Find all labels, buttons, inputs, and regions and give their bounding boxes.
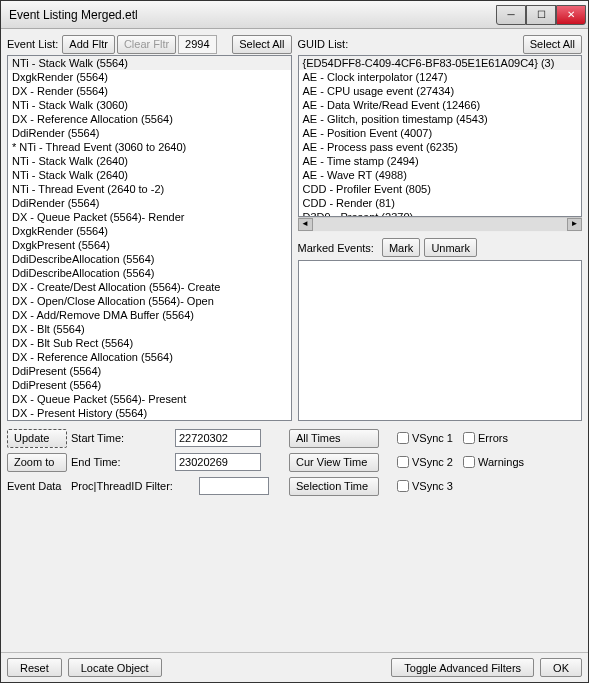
list-item[interactable]: DdiRender (5564) — [8, 196, 291, 210]
list-item[interactable]: DxgkRender (5564) — [8, 70, 291, 84]
list-item[interactable]: DdiPresent (5564) — [8, 364, 291, 378]
selection-time-button[interactable]: Selection Time — [289, 477, 379, 496]
window: Event Listing Merged.etl ─ ☐ ✕ Event Lis… — [0, 0, 589, 683]
content-area: Event List: Add Fltr Clear Fltr 2994 Sel… — [1, 29, 588, 652]
top-panes: Event List: Add Fltr Clear Fltr 2994 Sel… — [7, 33, 582, 421]
list-item[interactable]: DxgkPresent (5564) — [8, 238, 291, 252]
list-item[interactable]: NTi - Stack Walk (2640) — [8, 154, 291, 168]
list-item[interactable]: * NTi - Thread Event (3060 to 2640) — [8, 140, 291, 154]
event-data-area — [7, 499, 582, 648]
list-item[interactable]: AE - Process pass event (6235) — [299, 140, 582, 154]
list-item[interactable]: AE - Time stamp (2494) — [299, 154, 582, 168]
list-item[interactable]: DX - Blt Sub Rect (5564) — [8, 336, 291, 350]
maximize-button[interactable]: ☐ — [526, 5, 556, 25]
event-list-label: Event List: — [7, 38, 58, 50]
update-button[interactable]: Update — [7, 429, 67, 448]
window-controls: ─ ☐ ✕ — [496, 5, 586, 25]
time-controls: Update Start Time: All Times VSync 1 Err… — [7, 427, 582, 497]
list-item[interactable]: NTi - Thread Event (2640 to -2) — [8, 182, 291, 196]
locate-object-button[interactable]: Locate Object — [68, 658, 162, 677]
cur-view-time-button[interactable]: Cur View Time — [289, 453, 379, 472]
proc-filter-input[interactable] — [199, 477, 269, 495]
marked-events-row: Marked Events: Mark Unmark — [298, 238, 583, 258]
list-item[interactable]: DX - Open/Close Allocation (5564)- Open — [8, 294, 291, 308]
end-time-label: End Time: — [71, 456, 171, 468]
list-item[interactable]: DdiRender (5564) — [8, 126, 291, 140]
guid-listbox[interactable]: {ED54DFF8-C409-4CF6-BF83-05E1E61A09C4} (… — [298, 55, 583, 217]
toggle-advanced-filters-button[interactable]: Toggle Advanced Filters — [391, 658, 534, 677]
list-item[interactable]: AE - CPU usage event (27434) — [299, 84, 582, 98]
add-filter-button[interactable]: Add Fltr — [62, 35, 115, 54]
vsync3-checkbox[interactable]: VSync 3 — [397, 480, 453, 492]
unmark-button[interactable]: Unmark — [424, 238, 477, 257]
event-listbox[interactable]: NTi - Stack Walk (5564)DxgkRender (5564)… — [7, 55, 292, 421]
marked-events-listbox[interactable] — [298, 260, 583, 422]
list-item[interactable]: NTi - Stack Walk (5564) — [8, 56, 291, 70]
reset-button[interactable]: Reset — [7, 658, 62, 677]
titlebar[interactable]: Event Listing Merged.etl ─ ☐ ✕ — [1, 1, 588, 29]
clear-filter-button: Clear Fltr — [117, 35, 176, 54]
guid-list-header: GUID List: Select All — [298, 33, 583, 55]
guid-list-pane: GUID List: Select All {ED54DFF8-C409-4CF… — [298, 33, 583, 421]
list-item[interactable]: DdiDescribeAllocation (5564) — [8, 252, 291, 266]
list-item[interactable]: DX - Reference Allocation (5564) — [8, 112, 291, 126]
list-item[interactable]: DX - Blt (5564) — [8, 322, 291, 336]
bottom-bar: Reset Locate Object Toggle Advanced Filt… — [1, 652, 588, 682]
guid-list-label: GUID List: — [298, 38, 349, 50]
minimize-button[interactable]: ─ — [496, 5, 526, 25]
list-item[interactable]: DX - Render (5564) — [8, 84, 291, 98]
list-item[interactable]: DxgkRender (5564) — [8, 224, 291, 238]
errors-checkbox[interactable]: Errors — [463, 432, 508, 444]
list-item[interactable]: DX - Add/Remove DMA Buffer (5564) — [8, 308, 291, 322]
close-button[interactable]: ✕ — [556, 5, 586, 25]
marked-events-label: Marked Events: — [298, 242, 374, 254]
list-item[interactable]: AE - Position Event (4007) — [299, 126, 582, 140]
zoom-to-button[interactable]: Zoom to — [7, 453, 67, 472]
mark-button[interactable]: Mark — [382, 238, 420, 257]
list-item[interactable]: NTi - Stack Walk (2640) — [8, 168, 291, 182]
list-item[interactable]: DdiDescribeAllocation (5564) — [8, 266, 291, 280]
warnings-checkbox[interactable]: Warnings — [463, 456, 524, 468]
list-item[interactable]: AE - Data Write/Read Event (12466) — [299, 98, 582, 112]
list-item[interactable]: DX - Reference Allocation (5564) — [8, 350, 291, 364]
list-item[interactable]: DX - Queue Packet (5564)- Present — [8, 392, 291, 406]
scroll-left-icon[interactable]: ◄ — [298, 218, 313, 231]
guid-select-all-button[interactable]: Select All — [523, 35, 582, 54]
ok-button[interactable]: OK — [540, 658, 582, 677]
end-time-input[interactable] — [175, 453, 261, 471]
event-data-label: Event Data — [7, 480, 67, 492]
list-item[interactable]: DX - Queue Packet (5564)- PresentToken — [8, 420, 291, 421]
list-item[interactable]: DdiPresent (5564) — [8, 378, 291, 392]
list-item[interactable]: NTi - Stack Walk (3060) — [8, 98, 291, 112]
list-item[interactable]: AE - Wave RT (4988) — [299, 168, 582, 182]
list-item[interactable]: {ED54DFF8-C409-4CF6-BF83-05E1E61A09C4} (… — [299, 56, 582, 70]
list-item[interactable]: DX - Present History (5564) — [8, 406, 291, 420]
start-time-input[interactable] — [175, 429, 261, 447]
list-item[interactable]: AE - Glitch, position timestamp (4543) — [299, 112, 582, 126]
vsync1-checkbox[interactable]: VSync 1 — [397, 432, 453, 444]
event-list-pane: Event List: Add Fltr Clear Fltr 2994 Sel… — [7, 33, 292, 421]
list-item[interactable]: CDD - Render (81) — [299, 196, 582, 210]
list-item[interactable]: DX - Create/Dest Allocation (5564)- Crea… — [8, 280, 291, 294]
event-select-all-button[interactable]: Select All — [232, 35, 291, 54]
list-item[interactable]: CDD - Profiler Event (805) — [299, 182, 582, 196]
window-title: Event Listing Merged.etl — [9, 8, 496, 22]
event-list-header: Event List: Add Fltr Clear Fltr 2994 Sel… — [7, 33, 292, 55]
vsync2-checkbox[interactable]: VSync 2 — [397, 456, 453, 468]
event-count: 2994 — [178, 35, 216, 54]
list-item[interactable]: DX - Queue Packet (5564)- Render — [8, 210, 291, 224]
start-time-label: Start Time: — [71, 432, 171, 444]
scroll-right-icon[interactable]: ► — [567, 218, 582, 231]
list-item[interactable]: AE - Clock interpolator (1247) — [299, 70, 582, 84]
guid-hscroll[interactable]: ◄ ► — [298, 217, 583, 232]
all-times-button[interactable]: All Times — [289, 429, 379, 448]
